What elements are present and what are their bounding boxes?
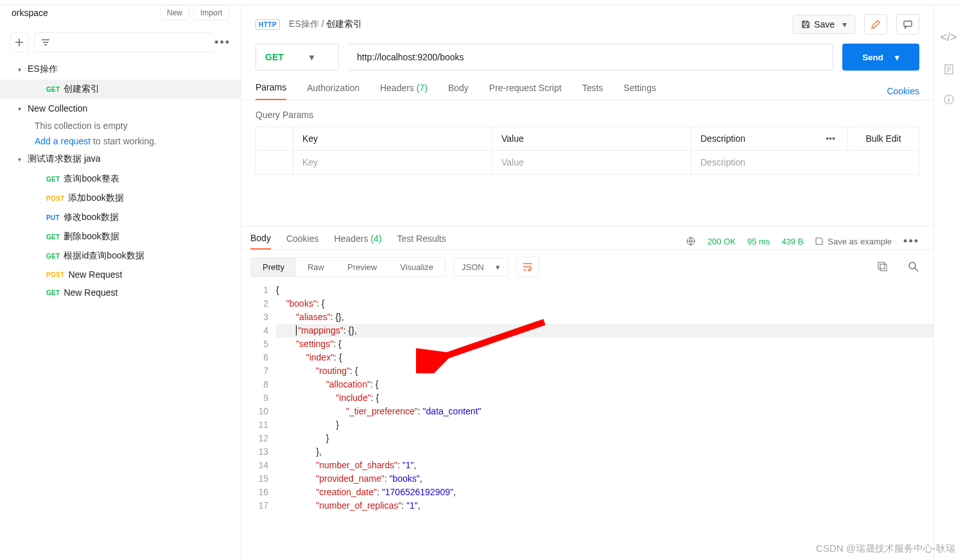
- svg-rect-2: [880, 264, 887, 271]
- save-button[interactable]: Save ▾: [793, 15, 855, 34]
- method-badge: GET: [46, 86, 60, 93]
- add-collection-button[interactable]: [10, 32, 29, 53]
- cookies-link[interactable]: Cookies: [887, 86, 919, 96]
- chevron-down-icon: ▾: [309, 52, 314, 62]
- url-input[interactable]: [348, 44, 833, 71]
- tab-params[interactable]: Params: [256, 82, 286, 100]
- request-item[interactable]: POST添加book数据: [0, 189, 241, 208]
- tab-body[interactable]: Body: [448, 83, 469, 99]
- wrap-icon: [522, 262, 534, 272]
- bulk-edit-button[interactable]: Bulk Edit: [848, 127, 919, 150]
- tab-tests[interactable]: Tests: [582, 83, 603, 99]
- query-params-table: Key Value Description ••• Bulk Edit Key …: [256, 126, 919, 174]
- http-badge: HTTP: [256, 19, 280, 30]
- method-badge: PUT: [46, 214, 60, 221]
- response-tabs: Body Cookies Headers (4) Test Results 20…: [241, 226, 933, 250]
- collection-header[interactable]: ▾New Collection: [0, 99, 241, 118]
- add-request-link[interactable]: Add a request: [35, 136, 91, 146]
- watermark: CSDN @瑞晟技术服务中心-耿瑞: [816, 543, 955, 555]
- svg-rect-0: [904, 21, 912, 26]
- response-body[interactable]: 1234567891011121314151617 { "books": { "…: [241, 284, 933, 560]
- method-select[interactable]: GET ▾: [256, 44, 339, 71]
- top-tabs-bar: [0, 0, 963, 5]
- more-icon[interactable]: •••: [813, 127, 848, 150]
- comment-icon: [903, 19, 913, 30]
- comments-button[interactable]: [896, 14, 919, 35]
- tab-settings[interactable]: Settings: [623, 83, 656, 99]
- status-size: 439 B: [781, 237, 803, 246]
- new-button[interactable]: New: [160, 5, 189, 21]
- filter-icon: [41, 38, 50, 47]
- tab-headers[interactable]: Headers (7): [380, 83, 428, 99]
- resp-tab-cookies[interactable]: Cookies: [286, 233, 319, 249]
- resp-tab-body[interactable]: Body: [250, 233, 271, 250]
- request-item[interactable]: GETNew Request: [0, 284, 241, 301]
- request-item[interactable]: PUT修改book数据: [0, 208, 241, 227]
- method-badge: GET: [46, 289, 60, 296]
- code-icon[interactable]: </>: [940, 31, 957, 44]
- docs-icon[interactable]: [943, 64, 955, 75]
- chevron-down-icon: ▾: [895, 53, 899, 62]
- import-button[interactable]: Import: [193, 5, 229, 21]
- breadcrumb: ES操作 / 创建索引: [289, 19, 362, 30]
- method-badge: GET: [46, 253, 60, 260]
- plus-icon: [15, 38, 24, 47]
- tab-prerequest[interactable]: Pre-request Script: [489, 83, 562, 99]
- chevron-down-icon: ▾: [842, 19, 847, 30]
- pencil-icon: [871, 19, 881, 30]
- save-as-example-button[interactable]: Save as example: [815, 237, 892, 246]
- method-badge: GET: [46, 233, 60, 241]
- chevron-down-icon: ▾: [18, 66, 21, 73]
- workspace-label: orkspace: [12, 8, 48, 18]
- collection-header[interactable]: ▾ES操作: [0, 59, 241, 80]
- key-input[interactable]: Key: [293, 151, 492, 174]
- svg-rect-3: [878, 262, 885, 269]
- save-icon: [801, 20, 810, 29]
- more-icon[interactable]: •••: [903, 235, 919, 248]
- chevron-down-icon: ▾: [18, 105, 21, 112]
- view-visualize[interactable]: Visualize: [388, 258, 445, 276]
- chevron-down-icon: ▾: [496, 262, 500, 272]
- method-badge: POST: [46, 195, 64, 202]
- chevron-down-icon: ▾: [18, 156, 21, 163]
- status-code: 200 OK: [707, 237, 736, 246]
- description-input[interactable]: Description: [691, 151, 919, 174]
- info-icon[interactable]: [944, 94, 954, 105]
- save-icon: [815, 237, 824, 246]
- request-item[interactable]: GET创建索引: [0, 80, 241, 99]
- col-description: Description: [691, 127, 813, 150]
- filter-button[interactable]: [34, 32, 214, 53]
- right-sidebar: </>: [933, 5, 963, 560]
- view-pretty[interactable]: Pretty: [251, 258, 296, 276]
- globe-icon[interactable]: [686, 236, 696, 246]
- view-preview[interactable]: Preview: [336, 258, 388, 276]
- request-content: HTTP ES操作 / 创建索引 Save ▾ GET ▾: [241, 5, 933, 560]
- request-tabs: Params Authorization Headers (7) Body Pr…: [241, 71, 933, 101]
- resp-tab-headers[interactable]: Headers (4): [334, 233, 382, 249]
- edit-button[interactable]: [864, 14, 887, 35]
- request-item[interactable]: GET删除book数据: [0, 227, 241, 246]
- view-mode-tabs: Pretty Raw Preview Visualize: [250, 257, 446, 277]
- collection-header[interactable]: ▾测试请求数据 java: [0, 149, 241, 169]
- request-item[interactable]: POSTNew Request: [0, 266, 241, 284]
- method-badge: POST: [46, 271, 64, 278]
- more-icon[interactable]: •••: [214, 36, 230, 49]
- view-raw[interactable]: Raw: [296, 258, 336, 276]
- wrap-lines-button[interactable]: [516, 257, 539, 277]
- send-button[interactable]: Send ▾: [842, 44, 919, 71]
- value-input[interactable]: Value: [492, 151, 691, 174]
- resp-tab-tests[interactable]: Test Results: [397, 233, 446, 249]
- tab-authorization[interactable]: Authorization: [307, 83, 360, 99]
- format-select[interactable]: JSON ▾: [453, 258, 508, 276]
- col-value: Value: [492, 127, 691, 150]
- query-params-title: Query Params: [241, 101, 933, 126]
- status-time: 95 ms: [747, 237, 770, 246]
- svg-point-4: [909, 262, 915, 269]
- col-key: Key: [293, 127, 492, 150]
- method-badge: GET: [46, 176, 60, 183]
- copy-icon[interactable]: [877, 261, 889, 273]
- search-icon[interactable]: [908, 261, 919, 273]
- sidebar: orkspace New Import ••• ▾ES操作GET创建索引▾New…: [0, 5, 241, 560]
- request-item[interactable]: GET根据id查询book数据: [0, 246, 241, 266]
- request-item[interactable]: GET查询book整表: [0, 169, 241, 189]
